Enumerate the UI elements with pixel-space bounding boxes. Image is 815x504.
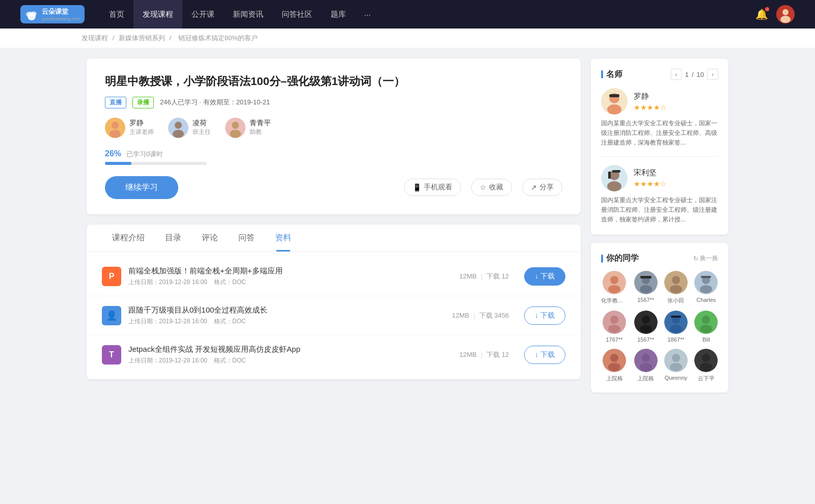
tab-qa[interactable]: 问答	[228, 225, 265, 251]
classmate-6: 1867**	[664, 311, 688, 343]
resource-meta-2: 上传日期：2019-12-28 16:00 格式：DOC	[128, 317, 445, 326]
resource-stats-1: 12MB | 下载 12	[459, 272, 509, 281]
progress-section: 26% 已学习0课时	[105, 149, 562, 165]
svg-point-33	[670, 285, 682, 293]
progress-sub: 已学习0课时	[126, 150, 163, 158]
nav-item-quiz[interactable]: 题库	[321, 0, 355, 29]
refresh-button[interactable]: ↻ 换一换	[693, 254, 718, 263]
teacher-profile-name-1: 罗静	[634, 92, 667, 101]
continue-button[interactable]: 继续学习	[105, 176, 178, 199]
pag-prev[interactable]: ‹	[671, 69, 682, 80]
svg-rect-22	[608, 172, 611, 179]
classmate-8: 上院栋	[601, 349, 628, 382]
classmate-name-bill: Bill	[702, 337, 710, 343]
breadcrumb-item-series[interactable]: 新媒体营销系列	[119, 34, 165, 42]
tab-resource[interactable]: 资料	[265, 225, 302, 251]
notification-dot	[765, 7, 769, 11]
tab-catalog[interactable]: 目录	[155, 225, 192, 251]
svg-point-13	[232, 122, 239, 129]
nav-items: 首页 发现课程 公开课 新闻资讯 问答社区 题库 ···	[100, 0, 755, 29]
teacher1-img	[601, 88, 628, 115]
svg-point-14	[230, 130, 241, 138]
classmate-0: 化学教书...	[601, 271, 628, 304]
svg-point-43	[640, 325, 652, 333]
teacher-avatar-luojing	[105, 118, 125, 138]
svg-point-29	[640, 285, 652, 293]
nav-item-qa[interactable]: 问答社区	[273, 0, 321, 29]
teacher-stars-2: ★★★★☆	[634, 180, 667, 188]
svg-point-46	[670, 325, 682, 333]
nav-item-more[interactable]: ···	[355, 0, 380, 29]
svg-point-7	[112, 122, 119, 129]
nav-item-discover[interactable]: 发现课程	[133, 0, 182, 29]
teacher-qingqingping-img	[225, 118, 246, 138]
teacher-role-luojing: 主讲老师	[129, 128, 154, 136]
nav-item-open[interactable]: 公开课	[182, 0, 224, 29]
teacher-avatar-lingjing	[168, 118, 188, 138]
resource-icon-p: P	[102, 267, 121, 286]
svg-point-4	[782, 9, 789, 15]
action-icons: 📱 手机观看 ☆ 收藏 ↗ 分享	[404, 179, 562, 196]
right-panel: 名师 ‹ 1 / 10 ›	[591, 59, 728, 401]
teachers-card-header: 名师 ‹ 1 / 10 ›	[601, 69, 718, 80]
teacher-profile-1: 罗静 ★★★★☆ 国内某重点大学安全工程专业硕士，国家一级注册消防工程师、注册安…	[601, 88, 718, 157]
star-icon: ☆	[480, 183, 486, 191]
svg-point-50	[700, 325, 712, 333]
classmate-2: 张小田	[664, 271, 688, 304]
resource-item-2: 👤 跟随千万级项目从0到100全过程高效成长 上传日期：2019-12-28 1…	[87, 296, 581, 335]
nav-item-home[interactable]: 首页	[100, 0, 133, 29]
svg-point-53	[608, 363, 620, 371]
logo-area[interactable]: 云朵课堂 yundouketang.com	[20, 5, 85, 23]
svg-point-42	[642, 316, 650, 324]
svg-point-52	[610, 354, 618, 362]
classmate-11: 云下平	[694, 349, 718, 382]
breadcrumb-item-discover[interactable]: 发现课程	[82, 34, 108, 42]
svg-rect-37	[701, 276, 711, 278]
classmate-avatar-0	[603, 271, 626, 294]
mobile-watch-button[interactable]: 📱 手机观看	[404, 179, 461, 196]
svg-point-5	[780, 16, 791, 23]
classmate-5: 1567**	[634, 311, 658, 343]
download-button-2[interactable]: ↓ 下载	[524, 306, 565, 325]
teacher-lingjing: 凌荷 班主任	[168, 118, 211, 138]
svg-point-40	[608, 325, 620, 333]
resource-name-2: 跟随千万级项目从0到100全过程高效成长	[128, 305, 445, 315]
course-card: 明星中教授课，小学阶段语法100分–强化级第1讲动词（一） 直播 录播 246人…	[87, 59, 581, 214]
svg-point-58	[672, 354, 680, 362]
classmates-title: 你的同学	[601, 253, 639, 264]
classmate-avatar-10	[664, 349, 688, 372]
pag-next[interactable]: ›	[707, 69, 718, 80]
resource-name-1: 前端全栈加强版！前端全栈+全周期+多端应用	[128, 266, 452, 276]
user-avatar[interactable]	[776, 5, 795, 23]
progress-bar-bg	[105, 162, 207, 165]
navbar: 云朵课堂 yundouketang.com 首页 发现课程 公开课 新闻资讯 问…	[0, 0, 815, 29]
svg-rect-47	[671, 316, 681, 318]
main-wrapper: 明星中教授课，小学阶段语法100分–强化级第1讲动词（一） 直播 录播 246人…	[76, 48, 739, 411]
mobile-label: 手机观看	[424, 183, 452, 192]
nav-item-news[interactable]: 新闻资讯	[224, 0, 273, 29]
share-label: 分享	[539, 183, 554, 192]
tab-review[interactable]: 评论	[192, 225, 228, 251]
breadcrumb: 发现课程 / 新媒体营销系列 / 销冠修炼术搞定80%的客户	[0, 29, 815, 48]
classmate-name-4: 1767**	[606, 337, 622, 343]
download-button-1[interactable]: ↓ 下载	[524, 267, 565, 286]
resource-icon-t: T	[102, 345, 121, 365]
collect-button[interactable]: ☆ 收藏	[471, 179, 512, 196]
classmate-9: 上院栋	[634, 349, 658, 382]
bell-icon[interactable]: 🔔	[755, 8, 768, 20]
svg-point-2	[31, 12, 37, 16]
classmate-4: 1767**	[601, 311, 628, 343]
left-panel: 明星中教授课，小学阶段语法100分–强化级第1讲动词（一） 直播 录播 246人…	[87, 59, 581, 401]
logo-text: 云朵课堂	[42, 7, 68, 16]
tabs-card: 课程介绍 目录 评论 问答 资料 P 前端全栈加强版！前端全栈+全周期+多端应用…	[87, 225, 581, 379]
download-button-3[interactable]: ↓ 下载	[524, 346, 565, 364]
logo-box: 云朵课堂 yundouketang.com	[20, 5, 85, 23]
progress-percent: 26%	[105, 149, 121, 158]
tag-rec: 录播	[132, 97, 154, 108]
share-button[interactable]: ↗ 分享	[522, 179, 562, 196]
teacher-qingqingping: 青青平 助教	[225, 118, 271, 138]
classmate-name-2: 张小田	[667, 297, 684, 304]
classmate-1: 1567**	[634, 271, 658, 304]
tab-intro[interactable]: 课程介绍	[102, 225, 155, 251]
svg-point-61	[702, 354, 710, 362]
